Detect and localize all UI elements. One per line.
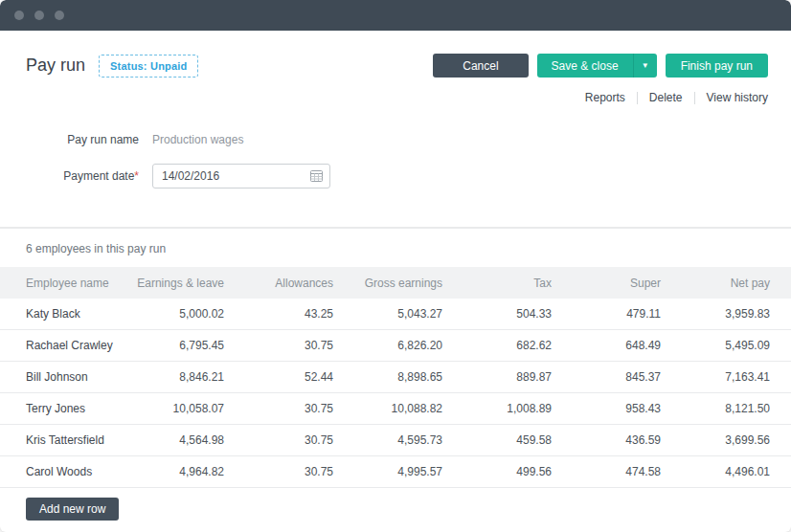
save-close-button[interactable]: Save & close: [537, 54, 633, 78]
amount-cell: 10,088.82: [354, 393, 463, 425]
required-asterisk: *: [134, 169, 139, 183]
amount-cell: 8,898.65: [354, 362, 463, 393]
employee-name-cell: Terry Jones: [0, 393, 136, 425]
link-separator: [694, 92, 695, 104]
delete-link[interactable]: Delete: [649, 91, 683, 104]
amount-cell: 30.75: [245, 330, 354, 362]
employee-name-cell: Kris Tattersfield: [0, 425, 136, 456]
amount-cell: 10,058.07: [136, 393, 245, 425]
page-title: Pay run: [26, 54, 85, 78]
link-separator: [637, 92, 638, 104]
pay-run-form: Pay run name Production wages Payment da…: [0, 104, 791, 188]
amount-cell: 504.33: [463, 299, 573, 330]
amount-cell: 436.59: [573, 425, 682, 456]
page-header: Pay run Status: Unpaid Cancel Save & clo…: [0, 31, 791, 78]
column-header: Earnings & leave: [136, 267, 245, 299]
table-body: Katy Black5,000.0243.255,043.27504.33479…: [0, 299, 791, 488]
amount-cell: 30.75: [245, 425, 354, 456]
payment-date-input[interactable]: [152, 164, 330, 188]
amount-cell: 8,846.21: [136, 362, 245, 393]
column-header: Super: [573, 267, 682, 299]
amount-cell: 474.58: [573, 456, 682, 488]
amount-cell: 7,163.41: [682, 362, 791, 393]
window-control-dot-3[interactable]: [55, 11, 64, 20]
column-header: Gross earnings: [354, 267, 463, 299]
amount-cell: 5,000.02: [136, 299, 245, 330]
amount-cell: 4,964.82: [136, 456, 245, 488]
add-new-row-button[interactable]: Add new row: [26, 498, 119, 521]
secondary-links-row: Reports Delete View history: [0, 78, 791, 104]
pay-run-window: Pay run Status: Unpaid Cancel Save & clo…: [0, 0, 791, 532]
amount-cell: 459.58: [463, 425, 573, 456]
amount-cell: 5,043.27: [354, 299, 463, 330]
amount-cell: 479.11: [573, 299, 682, 330]
window-control-dot-2[interactable]: [34, 11, 44, 20]
employee-name-cell: Bill Johnson: [0, 362, 136, 393]
column-header: Net pay: [682, 267, 791, 299]
employee-name-cell: Katy Black: [0, 299, 136, 330]
employee-count-text: 6 employees in this pay run: [0, 229, 791, 267]
pay-run-table: Employee nameEarnings & leaveAllowancesG…: [0, 267, 791, 488]
save-close-dropdown-button[interactable]: ▼: [633, 54, 657, 78]
amount-cell: 682.62: [463, 330, 573, 362]
pay-run-name-row: Pay run name Production wages: [0, 128, 791, 151]
payment-date-field-wrap: [152, 164, 330, 188]
table-row[interactable]: Katy Black5,000.0243.255,043.27504.33479…: [0, 299, 791, 330]
amount-cell: 52.44: [245, 362, 354, 393]
employee-name-cell: Carol Woods: [0, 456, 136, 488]
header-actions: Cancel Save & close ▼ Finish pay run: [433, 54, 768, 78]
amount-cell: 4,595.73: [354, 425, 463, 456]
payment-date-row: Payment date*: [0, 164, 791, 188]
table-header-row: Employee nameEarnings & leaveAllowancesG…: [0, 267, 791, 299]
column-header: Employee name: [0, 267, 136, 299]
amount-cell: 30.75: [245, 456, 354, 488]
amount-cell: 6,826.20: [354, 330, 463, 362]
column-header: Tax: [463, 267, 573, 299]
reports-link[interactable]: Reports: [585, 91, 625, 104]
amount-cell: 4,995.57: [354, 456, 463, 488]
finish-pay-run-button[interactable]: Finish pay run: [666, 54, 768, 78]
amount-cell: 4,564.98: [136, 425, 245, 456]
view-history-link[interactable]: View history: [707, 91, 768, 104]
pay-run-name-label: Pay run name: [0, 133, 139, 146]
amount-cell: 3,699.56: [682, 425, 791, 456]
calendar-icon[interactable]: [310, 169, 323, 182]
table-row[interactable]: Rachael Crawley6,795.4530.756,826.20682.…: [0, 330, 791, 362]
payment-date-label: Payment date*: [0, 169, 139, 183]
table-row[interactable]: Carol Woods4,964.8230.754,995.57499.5647…: [0, 456, 791, 488]
table-row[interactable]: Terry Jones10,058.0730.7510,088.821,008.…: [0, 393, 791, 425]
cancel-button[interactable]: Cancel: [433, 54, 528, 78]
amount-cell: 8,121.50: [682, 393, 791, 425]
window-titlebar: [0, 0, 791, 31]
amount-cell: 5,495.09: [682, 330, 791, 362]
pay-run-name-value: Production wages: [152, 133, 243, 146]
amount-cell: 1,008.89: [463, 393, 573, 425]
amount-cell: 958.43: [573, 393, 682, 425]
status-badge: Status: Unpaid: [99, 55, 198, 78]
amount-cell: 499.56: [463, 456, 573, 488]
amount-cell: 43.25: [245, 299, 354, 330]
amount-cell: 648.49: [573, 330, 682, 362]
amount-cell: 845.37: [573, 362, 682, 393]
amount-cell: 6,795.45: [136, 330, 245, 362]
amount-cell: 30.75: [245, 393, 354, 425]
amount-cell: 4,496.01: [682, 456, 791, 488]
chevron-down-icon: ▼: [642, 61, 649, 70]
column-header: Allowances: [245, 267, 354, 299]
amount-cell: 3,959.83: [682, 299, 791, 330]
employee-name-cell: Rachael Crawley: [0, 330, 136, 362]
window-control-dot-1[interactable]: [14, 11, 24, 20]
amount-cell: 889.87: [463, 362, 573, 393]
save-close-split-button: Save & close ▼: [537, 54, 657, 78]
table-row[interactable]: Kris Tattersfield4,564.9830.754,595.7345…: [0, 425, 791, 456]
table-row[interactable]: Bill Johnson8,846.2152.448,898.65889.878…: [0, 362, 791, 393]
